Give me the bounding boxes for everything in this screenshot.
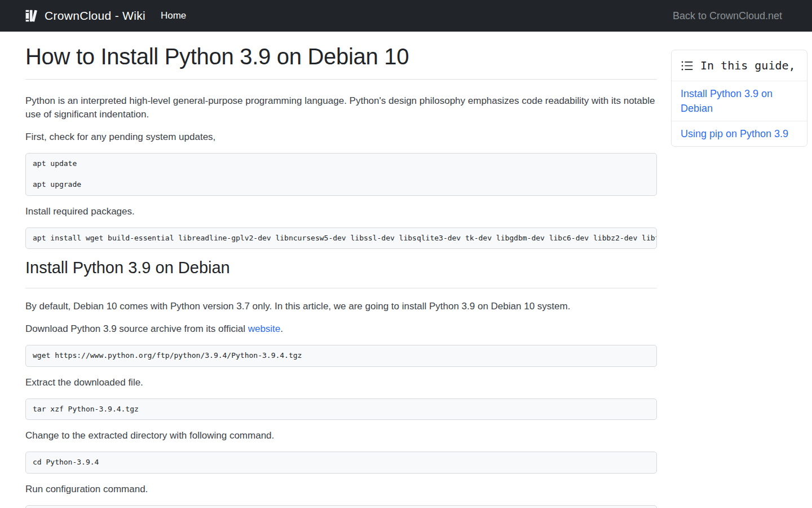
download-paragraph: Download Python 3.9 source archive from … bbox=[25, 322, 657, 336]
toc-link-install-python[interactable]: Install Python 3.9 on Debian bbox=[672, 81, 807, 121]
default-python-paragraph: By default, Debian 10 comes with Python … bbox=[25, 300, 657, 313]
install-packages-paragraph: Install required packages. bbox=[25, 205, 657, 218]
cd-paragraph: Change to the extracted directory with f… bbox=[25, 429, 657, 443]
section-title: Install Python 3.9 on Debian bbox=[25, 258, 657, 278]
brand-link[interactable]: CrownCloud - Wiki bbox=[25, 8, 145, 23]
code-block-apt-update: apt update apt upgrade bbox=[25, 153, 657, 196]
download-text-end: . bbox=[280, 323, 283, 334]
code-block-tar: tar xzf Python-3.9.4.tgz bbox=[25, 398, 657, 421]
check-updates-paragraph: First, check for any pending system upda… bbox=[25, 130, 657, 144]
brand-label: CrownCloud - Wiki bbox=[45, 9, 145, 23]
code-block-wget: wget https://www.python.org/ftp/python/3… bbox=[25, 345, 657, 367]
toc-link-using-pip[interactable]: Using pip on Python 3.9 bbox=[672, 121, 807, 146]
extract-paragraph: Extract the downloaded file. bbox=[25, 376, 657, 389]
page-title: How to Install Python 3.9 on Debian 10 bbox=[25, 43, 657, 70]
toc-header-label: In this guide, bbox=[700, 59, 796, 72]
page-body: How to Install Python 3.9 on Debian 10 P… bbox=[0, 32, 812, 508]
navbar: CrownCloud - Wiki Home Back to CrownClou… bbox=[0, 0, 812, 32]
books-icon bbox=[25, 8, 39, 23]
code-block-cd: cd Python-3.9.4 bbox=[25, 452, 657, 474]
website-link[interactable]: website bbox=[248, 323, 281, 334]
toc-header: In this guide, bbox=[672, 50, 807, 81]
article: How to Install Python 3.9 on Debian 10 P… bbox=[25, 32, 657, 508]
list-icon bbox=[681, 59, 694, 72]
intro-paragraph: Python is an interpreted high-level gene… bbox=[25, 94, 657, 121]
configure-paragraph: Run configuration command. bbox=[25, 483, 657, 496]
code-block-configure: ./configure --enable-optimizations bbox=[25, 505, 657, 508]
code-block-apt-install: apt install wget build-essential libread… bbox=[25, 227, 657, 249]
nav-back-link[interactable]: Back to CrownCloud.net bbox=[673, 10, 782, 22]
toc-card: In this guide, Install Python 3.9 on Deb… bbox=[671, 50, 807, 147]
title-divider bbox=[25, 79, 657, 80]
section-divider bbox=[25, 288, 657, 288]
download-text: Download Python 3.9 source archive from … bbox=[25, 323, 248, 334]
nav-home-link[interactable]: Home bbox=[161, 10, 186, 21]
